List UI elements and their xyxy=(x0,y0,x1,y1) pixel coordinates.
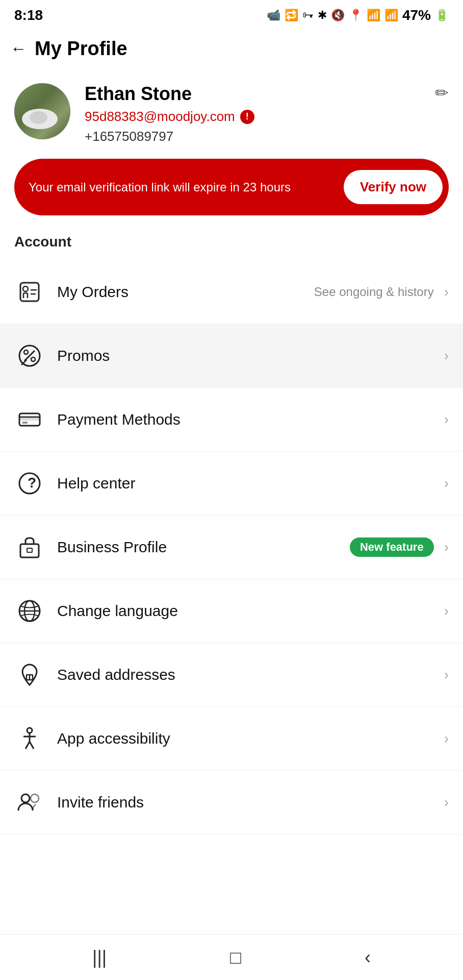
camera-icon: 📹 xyxy=(267,9,280,22)
help-icon: ? xyxy=(14,468,45,499)
chevron-icon: › xyxy=(444,730,449,747)
status-time: 8:18 xyxy=(14,7,43,23)
nav-menu-button[interactable]: ||| xyxy=(77,942,122,973)
chevron-icon: › xyxy=(444,475,449,492)
svg-point-6 xyxy=(31,357,35,361)
menu-item-payment-methods[interactable]: Payment Methods › xyxy=(0,388,463,452)
business-label: Business Profile xyxy=(57,538,350,556)
svg-point-25 xyxy=(21,794,30,802)
invite-icon xyxy=(14,787,45,818)
nav-back-icon: ‹ xyxy=(365,947,371,968)
back-arrow-icon: ← xyxy=(10,39,27,58)
verification-text: Your email verification link will expire… xyxy=(29,179,344,196)
location-icon: 📍 xyxy=(349,9,363,22)
menu-list: My Orders See ongoing & history › Promos… xyxy=(0,260,463,835)
chevron-icon: › xyxy=(444,603,449,619)
svg-point-5 xyxy=(24,350,28,354)
invite-label: Invite friends xyxy=(57,794,440,811)
svg-point-20 xyxy=(27,728,32,733)
addresses-icon xyxy=(14,659,45,690)
addresses-label: Saved addresses xyxy=(57,666,440,683)
my-orders-sub: See ongoing & history xyxy=(314,285,434,299)
menu-item-change-language[interactable]: Change language › xyxy=(0,579,463,643)
chevron-icon: › xyxy=(444,667,449,683)
menu-item-saved-addresses[interactable]: Saved addresses › xyxy=(0,643,463,707)
help-label: Help center xyxy=(57,475,440,492)
menu-item-app-accessibility[interactable]: App accessibility › xyxy=(0,707,463,771)
chevron-icon: › xyxy=(444,539,449,555)
sim-icon: 🔁 xyxy=(285,9,298,22)
verification-banner: Your email verification link will expire… xyxy=(14,159,449,215)
new-feature-badge: New feature xyxy=(350,537,434,557)
avatar-image xyxy=(14,83,70,139)
mute-icon: 🔇 xyxy=(331,9,345,22)
business-icon xyxy=(14,532,45,562)
profile-section: Ethan Stone 95d88383@moodjoy.com ! +1657… xyxy=(0,69,463,159)
avatar xyxy=(14,83,70,139)
chevron-icon: › xyxy=(444,348,449,364)
profile-phone: +16575089797 xyxy=(85,129,449,144)
svg-rect-13 xyxy=(20,544,39,557)
header: ← My Profile xyxy=(0,29,463,69)
status-icons: 📹 🔁 🗝 ✱ 🔇 📍 📶 📶 47% 🔋 xyxy=(267,7,449,23)
status-bar: 8:18 📹 🔁 🗝 ✱ 🔇 📍 📶 📶 47% 🔋 xyxy=(0,0,463,29)
email-text: 95d88383@moodjoy.com xyxy=(85,109,235,125)
promos-label: Promos xyxy=(57,347,440,364)
svg-line-24 xyxy=(30,742,34,749)
language-icon xyxy=(14,596,45,626)
edit-profile-button[interactable]: ✏ xyxy=(435,83,449,103)
svg-line-23 xyxy=(25,742,30,749)
my-orders-label: My Orders xyxy=(57,283,314,301)
svg-point-26 xyxy=(31,794,39,802)
email-warning-icon: ! xyxy=(240,110,254,124)
payment-label: Payment Methods xyxy=(57,411,440,428)
menu-lines-icon: ||| xyxy=(92,947,107,968)
profile-info: Ethan Stone 95d88383@moodjoy.com ! +1657… xyxy=(85,83,449,144)
accessibility-icon xyxy=(14,723,45,754)
nav-home-button[interactable]: □ xyxy=(215,942,256,973)
menu-item-business-profile[interactable]: Business Profile New feature › xyxy=(0,516,463,579)
menu-item-my-orders[interactable]: My Orders See ongoing & history › xyxy=(0,260,463,324)
edit-icon: ✏ xyxy=(435,84,449,102)
profile-email: 95d88383@moodjoy.com ! xyxy=(85,109,449,125)
menu-item-invite-friends[interactable]: Invite friends › xyxy=(0,771,463,835)
language-label: Change language xyxy=(57,602,440,620)
svg-rect-10 xyxy=(22,422,28,424)
wifi-icon: 📶 xyxy=(367,9,380,22)
battery-level: 47% xyxy=(402,7,431,23)
home-square-icon: □ xyxy=(230,947,241,968)
bluetooth-icon: ✱ xyxy=(318,9,327,22)
bottom-nav: ||| □ ‹ xyxy=(0,934,463,980)
accessibility-label: App accessibility xyxy=(57,730,440,747)
page-title: My Profile xyxy=(35,38,127,60)
payment-icon xyxy=(14,404,45,435)
nav-back-button[interactable]: ‹ xyxy=(349,942,386,973)
profile-name: Ethan Stone xyxy=(85,83,449,105)
svg-rect-14 xyxy=(27,548,32,552)
account-section-label: Account xyxy=(0,234,463,260)
chevron-icon: › xyxy=(444,411,449,428)
promos-icon xyxy=(14,340,45,371)
svg-rect-0 xyxy=(20,283,39,301)
verify-now-button[interactable]: Verify now xyxy=(344,170,443,204)
chevron-icon: › xyxy=(444,794,449,811)
svg-point-1 xyxy=(23,286,28,291)
menu-item-promos[interactable]: Promos › xyxy=(0,324,463,388)
back-button[interactable]: ← xyxy=(10,39,27,58)
chevron-icon: › xyxy=(444,284,449,300)
svg-text:?: ? xyxy=(28,475,36,491)
signal-icon: 📶 xyxy=(384,9,398,22)
key-icon: 🗝 xyxy=(302,9,314,22)
menu-item-help-center[interactable]: ? Help center › xyxy=(0,452,463,516)
battery-icon: 🔋 xyxy=(435,9,449,22)
my-orders-icon xyxy=(14,277,45,307)
